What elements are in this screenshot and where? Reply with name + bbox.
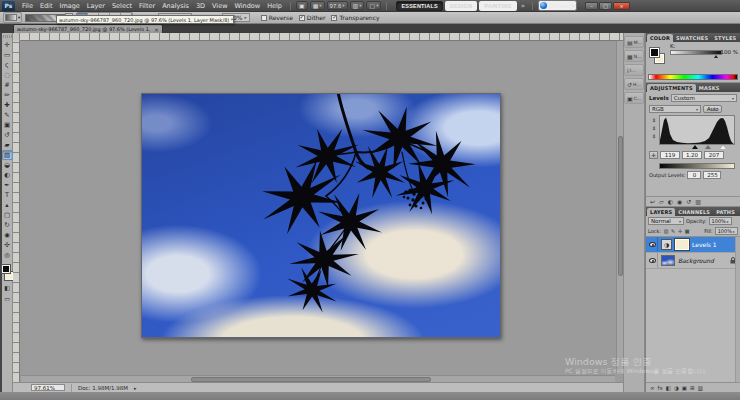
levels-auto-button[interactable]: Auto [703,105,722,113]
footer-icon-add-layer-mask[interactable]: ◧ [666,385,671,391]
tool-hand[interactable]: ✣ [2,240,13,250]
checkbox-reverse[interactable]: ✓ Reverse [261,14,293,21]
tool-gradient[interactable]: ▨ [2,150,13,160]
levels-histogram[interactable] [659,115,735,145]
footer-icon-new-layer[interactable]: ⊞ [690,385,695,391]
menu-window[interactable]: Window [232,1,264,11]
color-foreground-swatch[interactable] [650,48,659,57]
lock-button-lock-image-pixels[interactable]: ✎ [670,228,676,234]
collapsed-panel-clone-source[interactable]: ▣ C… [624,92,644,104]
view-extras-button[interactable]: ▦▾ [310,1,325,10]
checkbox-box[interactable]: ✓ [299,15,305,21]
levels-adjustment-icon[interactable]: ◑ [661,239,672,250]
tool-3d-object-rotate[interactable]: ↻ [2,220,13,230]
lock-button-lock-position[interactable]: ✛ [677,228,683,234]
tool-rectangle-shape[interactable]: ▢ [2,210,13,220]
tool-quick-selection[interactable]: ◌ [2,70,13,80]
cs-live-button[interactable]: CS Live ▾ [538,0,577,11]
collapsed-panel-mini-bridge[interactable]: ▤ M… [624,36,644,48]
checkbox-box[interactable]: ✓ [261,15,267,21]
canvas-area[interactable] [13,41,623,382]
menu-file[interactable]: File [19,1,36,11]
visibility-toggle[interactable] [648,237,658,252]
foreground-color-swatch[interactable] [2,265,10,273]
tool-zoom[interactable]: ◎ [2,250,13,260]
workspace-painting[interactable]: PAINTING [479,1,516,11]
panel-tab-swatches[interactable]: SWATCHES [673,34,711,42]
screen-mode-button[interactable]: ▢▾ [366,1,381,10]
layer-name[interactable]: Background [678,257,727,264]
output-levels-ramp[interactable] [659,163,735,169]
minimize-button[interactable]: – [585,2,598,10]
footer-icon-delete-layer[interactable]: ▥ [698,385,703,391]
layer-mask-thumbnail[interactable] [675,239,689,250]
menu-select[interactable]: Select [109,1,135,11]
panel-tab-styles[interactable]: STYLES [711,34,739,42]
tool-spot-healing-brush[interactable]: ✚ [2,100,13,110]
background-color-swatch[interactable] [5,272,13,280]
panel-tab-channels[interactable]: CHANNELS [675,208,713,216]
lock-button-lock-transparent-pixels[interactable]: ▨ [663,228,669,234]
arrange-documents-button[interactable]: ▥▾ [350,1,365,10]
levels-preset-select[interactable]: Custom▾ [671,94,737,102]
horizontal-ruler[interactable] [13,33,623,41]
screen-mode-toggle-button[interactable]: ▭ [2,294,13,303]
collapsed-panel-history[interactable]: ↺ H… [624,78,644,90]
layer-opacity-input[interactable]: 100%▸ [709,217,732,225]
footer-icon-link-layers[interactable]: ∞ [650,385,655,391]
targeted-adjustment-button[interactable]: ✛ [649,151,658,159]
input-gamma-field[interactable]: 1.20 [682,151,702,159]
footer-icon-toggle-visibility[interactable]: ◉ [677,198,682,205]
close-button[interactable]: × [613,2,630,10]
tool-dodge[interactable]: ◐ [2,170,13,180]
status-options-arrow[interactable]: ▸ [134,385,137,391]
visibility-toggle[interactable] [648,253,658,268]
panel-tab-color[interactable]: COLOR [647,34,673,42]
close-tab-icon[interactable]: × [154,26,159,33]
vertical-scrollbar-thumb[interactable] [618,136,623,276]
tool-clone-stamp[interactable]: ▣ [2,120,13,130]
tool-type[interactable]: T [2,190,13,200]
tool-preset-picker[interactable]: ▾ [3,12,22,23]
layer-row-background[interactable]: Background [646,253,740,269]
launch-bridge-button[interactable]: ▣ [296,1,308,10]
footer-icon-return-to-adjustment-list[interactable]: ↩ [650,198,655,205]
tool-path-selection[interactable]: ▴ [2,200,13,210]
menu-filter[interactable]: Filter [136,1,158,11]
input-shadow-field[interactable]: 119 [660,151,680,159]
input-highlight-field[interactable]: 207 [704,151,724,159]
levels-input-sliders[interactable] [659,145,735,150]
levels-channel-select[interactable]: RGB▾ [649,105,701,113]
checkbox-dither[interactable]: ✓ Dither [299,14,326,21]
footer-icon-clip-to-layer[interactable]: ◐ [668,198,673,205]
menu-3d[interactable]: 3D [193,1,208,11]
footer-icon-new-group[interactable]: ▣ [682,385,687,391]
menu-image[interactable]: Image [56,1,82,11]
tool-crop[interactable]: # [2,80,13,90]
tool-lasso[interactable]: ς [2,60,13,70]
layer-thumbnail[interactable] [661,255,675,266]
footer-icon-new-adjustment-layer[interactable]: ◑ [674,385,679,391]
tool-blur[interactable]: ◒ [2,160,13,170]
document-tab[interactable]: autumn-sky-966787_960_720.jpg @ 97.6% (L… [13,24,163,33]
layers-scrollbar[interactable] [735,237,740,382]
document-image[interactable] [141,93,501,338]
layer-row-levels-1[interactable]: ◑ Levels 1 [646,237,740,253]
tool-brush[interactable]: ✎ [2,110,13,120]
workspace-design[interactable]: DESIGN [445,1,477,11]
eyedropper-sample-white-point[interactable]: ✏ [651,130,657,139]
output-highlight-field[interactable]: 255 [703,171,721,179]
footer-icon-expanded-view[interactable]: ▱ [659,198,664,205]
output-shadow-field[interactable]: 0 [687,171,701,179]
menu-help[interactable]: Help [264,1,285,11]
quick-mask-button[interactable]: ◧ [2,283,13,292]
tool-move[interactable]: ✛ [2,40,13,50]
menu-layer[interactable]: Layer [84,1,108,11]
layer-name[interactable]: Levels 1 [692,241,738,248]
checkbox-transparency[interactable]: ✓ Transparency [331,14,379,21]
tool-rectangular-marquee[interactable]: ▭ [2,50,13,60]
panel-tab-adjustments[interactable]: ADJUSTMENTS [647,84,696,92]
tool-eyedropper[interactable]: ✏ [2,90,13,100]
tool-eraser[interactable]: ▰ [2,140,13,150]
vertical-ruler[interactable] [13,41,20,382]
